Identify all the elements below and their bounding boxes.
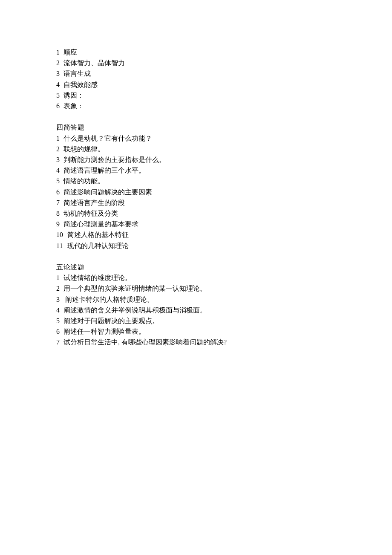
item-text: 简述语言理解的三个水平。 [63, 165, 145, 176]
list-item: 3 语言生成 [56, 68, 392, 79]
section-short-answer: 四 简答题 1 什么是动机？它有什么功能？ 2 联想的规律。 3 判断能力测验的… [56, 122, 392, 251]
item-text: 阐述任一种智力测验量表。 [63, 326, 145, 337]
list-item: 8 动机的特征及分类 [56, 208, 392, 219]
list-item: 11 现代的几种认知理论 [56, 240, 392, 251]
item-number: 3 [56, 294, 63, 305]
item-text: 联想的规律。 [63, 144, 104, 154]
item-number: 7 [56, 337, 63, 347]
item-number: 7 [56, 197, 63, 208]
item-number: 6 [56, 326, 63, 337]
item-text: 简述语言产生的阶段 [63, 197, 125, 208]
item-text: 什么是动机？它有什么功能？ [63, 133, 152, 144]
list-item: 5 情绪的功能。 [56, 176, 392, 186]
list-item: 1 顺应 [56, 47, 392, 58]
blank-line [56, 111, 392, 122]
list-item: 1 什么是动机？它有什么功能？ [56, 133, 392, 144]
item-number: 5 [56, 315, 63, 326]
section-header: 五 论述题 [56, 262, 392, 272]
item-number: 6 [56, 187, 63, 197]
section-terms: 1 顺应 2 流体智力、晶体智力 3 语言生成 4 自我效能感 5 诱因： 6 … [56, 47, 392, 111]
item-text: 简述影响问题解决的主要因素 [63, 187, 152, 197]
item-text: 试分析日常生活中, 有哪些心理因素影响着问题的解决? [63, 337, 227, 347]
item-number: 1 [56, 47, 63, 58]
section-number: 四 [56, 122, 63, 133]
list-item: 2 用一个典型的实验来证明情绪的某一认知理论。 [56, 283, 392, 294]
section-header: 四 简答题 [56, 122, 392, 133]
list-item: 6 表象： [56, 101, 392, 111]
item-number: 4 [56, 305, 63, 315]
item-text: 简述心理测量的基本要求 [63, 219, 138, 229]
item-text: 流体智力、晶体智力 [63, 58, 125, 68]
section-title: 论述题 [63, 262, 85, 272]
list-item: 4 简述语言理解的三个水平。 [56, 165, 392, 176]
list-item: 4 自我效能感 [56, 79, 392, 90]
list-item: 10 简述人格的基本特征 [56, 229, 392, 240]
item-number: 1 [56, 272, 63, 283]
item-number: 6 [56, 101, 63, 111]
item-number: 9 [56, 219, 63, 229]
section-essay: 五 论述题 1 试述情绪的维度理论。 2 用一个典型的实验来证明情绪的某一认知理… [56, 262, 392, 348]
list-item: 2 联想的规律。 [56, 144, 392, 154]
section-title: 简答题 [63, 122, 85, 133]
item-number: 11 [56, 240, 67, 251]
item-text: 用一个典型的实验来证明情绪的某一认知理论。 [63, 283, 207, 294]
list-item: 5 阐述对于问题解决的主要观点。 [56, 315, 392, 326]
item-number: 10 [56, 229, 67, 240]
list-item: 2 流体智力、晶体智力 [56, 58, 392, 68]
list-item: 3 判断能力测验的主要指标是什么。 [56, 154, 392, 165]
item-number: 4 [56, 79, 63, 90]
item-text: 阐述激情的含义并举例说明其积极面与消极面。 [63, 305, 207, 315]
item-text: 表象： [63, 101, 84, 111]
item-text: 阐述卡特尔的人格特质理论。 [63, 294, 154, 305]
item-number: 2 [56, 283, 63, 294]
list-item: 7 试分析日常生活中, 有哪些心理因素影响着问题的解决? [56, 337, 392, 347]
item-number: 8 [56, 208, 63, 219]
blank-line [56, 251, 392, 262]
list-item: 9 简述心理测量的基本要求 [56, 219, 392, 229]
list-item: 1 试述情绪的维度理论。 [56, 272, 392, 283]
list-item: 3 阐述卡特尔的人格特质理论。 [56, 294, 392, 305]
item-text: 现代的几种认知理论 [67, 240, 129, 251]
item-text: 动机的特征及分类 [63, 208, 118, 219]
section-number: 五 [56, 262, 63, 272]
list-item: 5 诱因： [56, 90, 392, 101]
list-item: 6 阐述任一种智力测验量表。 [56, 326, 392, 337]
item-number: 4 [56, 165, 63, 176]
item-text: 情绪的功能。 [63, 176, 104, 186]
document-page: 1 顺应 2 流体智力、晶体智力 3 语言生成 4 自我效能感 5 诱因： 6 … [0, 0, 392, 348]
list-item: 7 简述语言产生的阶段 [56, 197, 392, 208]
item-number: 2 [56, 58, 63, 68]
item-text: 顺应 [63, 47, 77, 58]
item-text: 判断能力测验的主要指标是什么。 [63, 154, 166, 165]
item-text: 试述情绪的维度理论。 [63, 272, 132, 283]
item-text: 诱因： [63, 90, 84, 101]
item-number: 1 [56, 133, 63, 144]
item-number: 2 [56, 144, 63, 154]
item-number: 5 [56, 90, 63, 101]
item-text: 阐述对于问题解决的主要观点。 [63, 315, 159, 326]
item-text: 简述人格的基本特征 [67, 229, 129, 240]
item-number: 3 [56, 154, 63, 165]
list-item: 4 阐述激情的含义并举例说明其积极面与消极面。 [56, 305, 392, 315]
item-text: 自我效能感 [63, 79, 98, 90]
item-number: 5 [56, 176, 63, 186]
item-number: 3 [56, 68, 63, 79]
item-text: 语言生成 [63, 68, 91, 79]
list-item: 6 简述影响问题解决的主要因素 [56, 187, 392, 197]
